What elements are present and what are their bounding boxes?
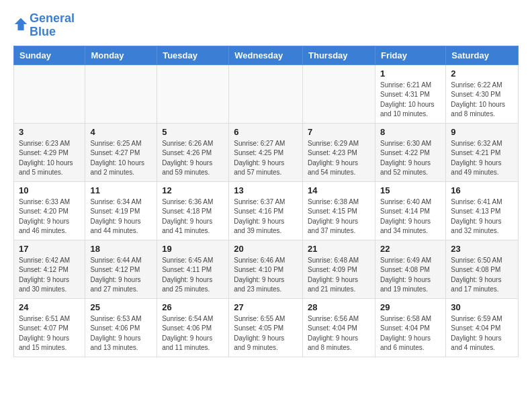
calendar-cell: 29Sunrise: 6:58 AM Sunset: 4:04 PM Dayli… [375,298,445,357]
day-number: 29 [380,302,441,312]
day-info: Sunrise: 6:37 AM Sunset: 4:16 PM Dayligh… [234,197,298,236]
day-number: 28 [308,302,370,312]
calendar-cell: 27Sunrise: 6:55 AM Sunset: 4:05 PM Dayli… [229,298,303,357]
col-header-saturday: Saturday [446,46,519,64]
day-info: Sunrise: 6:22 AM Sunset: 4:30 PM Dayligh… [451,81,513,120]
day-number: 5 [162,127,224,137]
day-number: 27 [234,302,298,312]
calendar-cell: 28Sunrise: 6:56 AM Sunset: 4:04 PM Dayli… [303,298,375,357]
calendar-cell: 8Sunrise: 6:30 AM Sunset: 4:22 PM Daylig… [375,123,445,181]
day-number: 1 [380,68,441,79]
col-header-wednesday: Wednesday [229,46,303,64]
day-info: Sunrise: 6:29 AM Sunset: 4:23 PM Dayligh… [308,139,370,178]
day-number: 8 [380,127,441,137]
calendar-cell: 5Sunrise: 6:26 AM Sunset: 4:26 PM Daylig… [157,123,229,181]
day-number: 7 [308,127,370,137]
day-info: Sunrise: 6:23 AM Sunset: 4:29 PM Dayligh… [19,139,80,178]
calendar-cell: 15Sunrise: 6:40 AM Sunset: 4:14 PM Dayli… [375,181,445,240]
calendar-wrapper: SundayMondayTuesdayWednesdayThursdayFrid… [0,46,532,364]
day-number: 12 [162,185,224,195]
day-number: 25 [90,302,152,312]
calendar-cell: 14Sunrise: 6:38 AM Sunset: 4:15 PM Dayli… [303,181,375,240]
day-number: 16 [451,185,513,195]
day-number: 3 [19,127,80,137]
day-info: Sunrise: 6:46 AM Sunset: 4:10 PM Dayligh… [234,256,298,295]
calendar-cell: 13Sunrise: 6:37 AM Sunset: 4:16 PM Dayli… [229,181,303,240]
calendar-cell: 21Sunrise: 6:48 AM Sunset: 4:09 PM Dayli… [303,240,375,298]
col-header-thursday: Thursday [303,46,375,64]
day-info: Sunrise: 6:53 AM Sunset: 4:06 PM Dayligh… [90,314,152,353]
day-info: Sunrise: 6:42 AM Sunset: 4:12 PM Dayligh… [19,256,80,295]
calendar-cell: 4Sunrise: 6:25 AM Sunset: 4:27 PM Daylig… [85,123,157,181]
calendar-cell: 25Sunrise: 6:53 AM Sunset: 4:06 PM Dayli… [85,298,157,357]
col-header-friday: Friday [375,46,445,64]
calendar-cell: 10Sunrise: 6:33 AM Sunset: 4:20 PM Dayli… [14,181,85,240]
day-number: 6 [234,127,298,137]
calendar-cell [303,64,375,123]
day-info: Sunrise: 6:54 AM Sunset: 4:06 PM Dayligh… [162,314,224,353]
calendar-cell [85,64,157,123]
day-number: 21 [308,244,370,254]
day-info: Sunrise: 6:27 AM Sunset: 4:25 PM Dayligh… [234,139,298,178]
day-number: 13 [234,185,298,195]
calendar-cell: 6Sunrise: 6:27 AM Sunset: 4:25 PM Daylig… [229,123,303,181]
page-header: General Blue [0,0,532,46]
calendar-cell: 12Sunrise: 6:36 AM Sunset: 4:18 PM Dayli… [157,181,229,240]
day-info: Sunrise: 6:33 AM Sunset: 4:20 PM Dayligh… [19,197,80,236]
calendar-cell: 22Sunrise: 6:49 AM Sunset: 4:08 PM Dayli… [375,240,445,298]
day-info: Sunrise: 6:25 AM Sunset: 4:27 PM Dayligh… [90,139,152,178]
svg-marker-0 [15,18,27,30]
day-info: Sunrise: 6:50 AM Sunset: 4:08 PM Dayligh… [451,256,513,295]
calendar-cell: 3Sunrise: 6:23 AM Sunset: 4:29 PM Daylig… [14,123,85,181]
day-info: Sunrise: 6:30 AM Sunset: 4:22 PM Dayligh… [380,139,441,178]
day-info: Sunrise: 6:55 AM Sunset: 4:05 PM Dayligh… [234,314,298,353]
col-header-monday: Monday [85,46,157,64]
day-number: 4 [90,127,152,137]
day-number: 24 [19,302,80,312]
day-info: Sunrise: 6:34 AM Sunset: 4:19 PM Dayligh… [90,197,152,236]
calendar-cell [229,64,303,123]
calendar-cell: 23Sunrise: 6:50 AM Sunset: 4:08 PM Dayli… [446,240,519,298]
calendar-cell [14,64,85,123]
day-number: 2 [451,68,513,79]
day-number: 11 [90,185,152,195]
calendar-cell: 20Sunrise: 6:46 AM Sunset: 4:10 PM Dayli… [229,240,303,298]
logo-icon [13,17,28,32]
day-number: 22 [380,244,441,254]
calendar-table: SundayMondayTuesdayWednesdayThursdayFrid… [13,46,519,357]
day-info: Sunrise: 6:51 AM Sunset: 4:07 PM Dayligh… [19,314,80,353]
day-info: Sunrise: 6:40 AM Sunset: 4:14 PM Dayligh… [380,197,441,236]
day-info: Sunrise: 6:44 AM Sunset: 4:12 PM Dayligh… [90,256,152,295]
calendar-cell: 11Sunrise: 6:34 AM Sunset: 4:19 PM Dayli… [85,181,157,240]
day-number: 26 [162,302,224,312]
day-number: 23 [451,244,513,254]
day-number: 9 [451,127,513,137]
calendar-cell: 18Sunrise: 6:44 AM Sunset: 4:12 PM Dayli… [85,240,157,298]
logo: General Blue [13,12,75,39]
day-info: Sunrise: 6:41 AM Sunset: 4:13 PM Dayligh… [451,197,513,236]
day-number: 17 [19,244,80,254]
day-info: Sunrise: 6:59 AM Sunset: 4:04 PM Dayligh… [451,314,513,353]
day-number: 15 [380,185,441,195]
day-info: Sunrise: 6:26 AM Sunset: 4:26 PM Dayligh… [162,139,224,178]
calendar-cell: 26Sunrise: 6:54 AM Sunset: 4:06 PM Dayli… [157,298,229,357]
logo-text: General Blue [30,12,75,39]
day-number: 10 [19,185,80,195]
day-number: 19 [162,244,224,254]
day-info: Sunrise: 6:38 AM Sunset: 4:15 PM Dayligh… [308,197,370,236]
calendar-cell [157,64,229,123]
day-info: Sunrise: 6:49 AM Sunset: 4:08 PM Dayligh… [380,256,441,295]
calendar-cell: 19Sunrise: 6:45 AM Sunset: 4:11 PM Dayli… [157,240,229,298]
day-info: Sunrise: 6:48 AM Sunset: 4:09 PM Dayligh… [308,256,370,295]
day-info: Sunrise: 6:45 AM Sunset: 4:11 PM Dayligh… [162,256,224,295]
day-info: Sunrise: 6:58 AM Sunset: 4:04 PM Dayligh… [380,314,441,353]
day-number: 30 [451,302,513,312]
calendar-cell: 7Sunrise: 6:29 AM Sunset: 4:23 PM Daylig… [303,123,375,181]
day-info: Sunrise: 6:21 AM Sunset: 4:31 PM Dayligh… [380,81,441,120]
day-number: 20 [234,244,298,254]
col-header-sunday: Sunday [14,46,85,64]
day-info: Sunrise: 6:32 AM Sunset: 4:21 PM Dayligh… [451,139,513,178]
calendar-cell: 2Sunrise: 6:22 AM Sunset: 4:30 PM Daylig… [446,64,519,123]
calendar-cell: 1Sunrise: 6:21 AM Sunset: 4:31 PM Daylig… [375,64,445,123]
calendar-cell: 16Sunrise: 6:41 AM Sunset: 4:13 PM Dayli… [446,181,519,240]
